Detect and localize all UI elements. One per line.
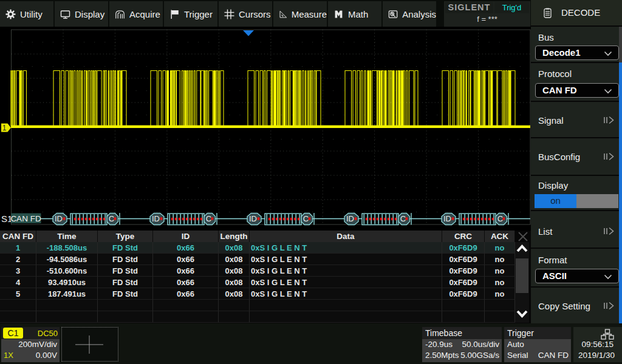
svg-text:C: C	[109, 214, 114, 223]
svg-text:C: C	[400, 214, 406, 223]
svg-text:CAN FD: CAN FD	[10, 214, 41, 223]
svg-text:ID: ID	[249, 214, 257, 223]
svg-text:1: 1	[2, 124, 7, 132]
svg-text:ID: ID	[55, 214, 63, 223]
svg-text:ID: ID	[443, 214, 451, 223]
svg-text:C: C	[303, 214, 309, 223]
svg-text:ID: ID	[346, 214, 354, 223]
svg-text:C: C	[206, 214, 211, 223]
svg-text:C: C	[497, 214, 503, 223]
svg-text:ID: ID	[152, 214, 160, 223]
